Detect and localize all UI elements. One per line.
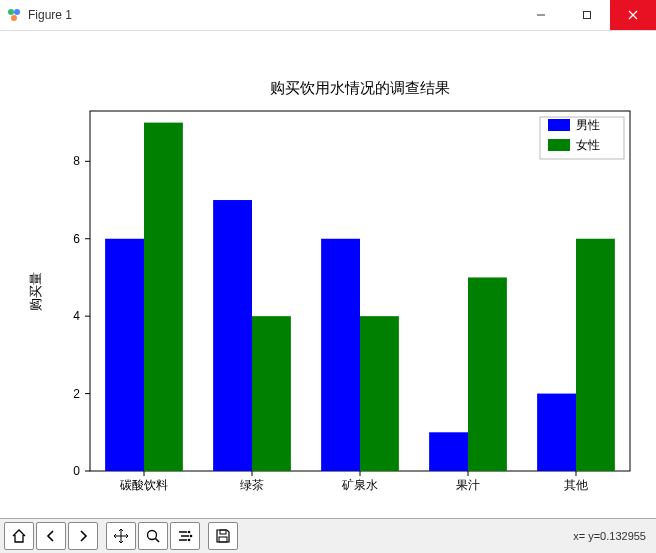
- window-titlebar: Figure 1: [0, 0, 656, 31]
- chart-canvas[interactable]: 购买饮用水情况的调查结果02468购买量碳酸饮料绿茶矿泉水果汁其他男性女性: [0, 31, 656, 518]
- legend-label: 女性: [576, 138, 600, 152]
- app-icon: [6, 7, 22, 23]
- window-title: Figure 1: [28, 8, 72, 22]
- legend-label: 男性: [576, 118, 600, 132]
- svg-point-2: [11, 15, 17, 21]
- svg-line-18: [156, 539, 160, 543]
- bar: [468, 277, 507, 471]
- x-tick-label: 果汁: [456, 478, 480, 492]
- y-tick-label: 0: [73, 464, 80, 478]
- chart-title: 购买饮用水情况的调查结果: [270, 79, 450, 96]
- pan-button[interactable]: [106, 522, 136, 550]
- figure-window: Figure 1 购买饮用水情况的调查结果02468购买量碳酸饮料绿茶矿泉水果汁…: [0, 0, 656, 553]
- y-axis-label: 购买量: [28, 272, 43, 311]
- svg-point-1: [14, 9, 20, 15]
- chart-svg: 购买饮用水情况的调查结果02468购买量碳酸饮料绿茶矿泉水果汁其他男性女性: [0, 31, 656, 520]
- svg-point-23: [190, 535, 193, 538]
- home-button[interactable]: [4, 522, 34, 550]
- bar: [576, 239, 615, 471]
- x-tick-label: 碳酸饮料: [119, 478, 168, 492]
- matplotlib-toolbar: x= y=0.132955: [0, 518, 656, 553]
- y-tick-label: 4: [73, 309, 80, 323]
- legend-swatch: [548, 119, 570, 131]
- x-tick-label: 绿茶: [240, 478, 264, 492]
- back-button[interactable]: [36, 522, 66, 550]
- bar: [360, 316, 399, 471]
- maximize-button[interactable]: [564, 0, 610, 30]
- svg-rect-4: [584, 12, 591, 19]
- save-button[interactable]: [208, 522, 238, 550]
- zoom-button[interactable]: [138, 522, 168, 550]
- bar: [429, 432, 468, 471]
- svg-rect-26: [219, 537, 227, 542]
- x-tick-label: 其他: [564, 478, 588, 492]
- close-button[interactable]: [610, 0, 656, 30]
- bar: [252, 316, 291, 471]
- y-tick-label: 8: [73, 154, 80, 168]
- bar: [321, 239, 360, 471]
- x-tick-label: 矿泉水: [341, 478, 378, 492]
- svg-point-0: [8, 9, 14, 15]
- minimize-button[interactable]: [518, 0, 564, 30]
- legend-swatch: [548, 139, 570, 151]
- coord-readout: x= y=0.132955: [573, 530, 646, 542]
- svg-point-22: [188, 531, 191, 534]
- svg-point-17: [148, 531, 157, 540]
- svg-point-24: [188, 539, 191, 542]
- y-tick-label: 6: [73, 232, 80, 246]
- y-tick-label: 2: [73, 387, 80, 401]
- bar: [537, 394, 576, 471]
- subplots-button[interactable]: [170, 522, 200, 550]
- bar: [105, 239, 144, 471]
- forward-button[interactable]: [68, 522, 98, 550]
- bar: [213, 200, 252, 471]
- bar: [144, 123, 183, 471]
